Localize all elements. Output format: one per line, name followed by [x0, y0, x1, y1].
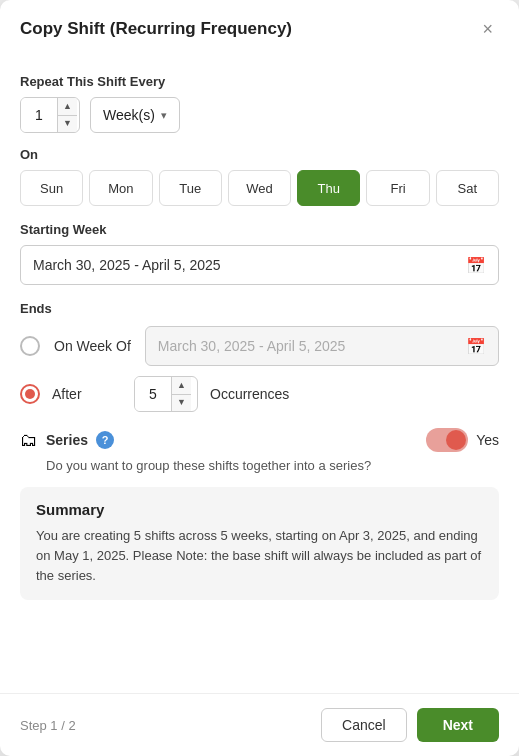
- ends-after-radio[interactable]: [20, 384, 40, 404]
- occurrences-number-input[interactable]: ▲ ▼: [134, 376, 198, 412]
- day-thu[interactable]: Thu: [297, 170, 360, 206]
- footer-buttons: Cancel Next: [321, 708, 499, 742]
- layers-icon: 🗂: [20, 430, 38, 451]
- series-toggle-yes-label: Yes: [476, 432, 499, 448]
- day-tue-label: Tue: [179, 181, 201, 196]
- next-button[interactable]: Next: [417, 708, 499, 742]
- day-wed[interactable]: Wed: [228, 170, 291, 206]
- modal-title: Copy Shift (Recurring Frequency): [20, 19, 292, 39]
- series-help-icon[interactable]: ?: [96, 431, 114, 449]
- starting-week-input[interactable]: March 30, 2025 - April 5, 2025 📅: [20, 245, 499, 285]
- summary-box: Summary You are creating 5 shifts across…: [20, 487, 499, 600]
- day-mon[interactable]: Mon: [89, 170, 152, 206]
- occurrences-spinners: ▲ ▼: [171, 377, 191, 411]
- repeat-number-field[interactable]: [21, 98, 57, 132]
- ends-on-week-date-input[interactable]: March 30, 2025 - April 5, 2025 📅: [145, 326, 499, 366]
- repeat-number-input[interactable]: ▲ ▼: [20, 97, 80, 133]
- summary-title: Summary: [36, 501, 483, 518]
- modal-container: Copy Shift (Recurring Frequency) × Repea…: [0, 0, 519, 756]
- day-tue[interactable]: Tue: [159, 170, 222, 206]
- toggle-wrap: Yes: [426, 428, 499, 452]
- day-fri-label: Fri: [390, 181, 405, 196]
- occurrences-increment-button[interactable]: ▲: [172, 377, 191, 395]
- calendar-icon: 📅: [466, 256, 486, 275]
- repeat-label: Repeat This Shift Every: [20, 74, 499, 89]
- repeat-spinners: ▲ ▼: [57, 98, 77, 132]
- day-mon-label: Mon: [108, 181, 133, 196]
- series-question: Do you want to group these shifts togeth…: [46, 458, 499, 473]
- day-wed-label: Wed: [246, 181, 273, 196]
- day-thu-label: Thu: [318, 181, 340, 196]
- days-row: Sun Mon Tue Wed Thu Fri Sat: [20, 170, 499, 206]
- step-indicator: Step 1 / 2: [20, 718, 76, 733]
- modal-header: Copy Shift (Recurring Frequency) ×: [0, 0, 519, 50]
- calendar-disabled-icon: 📅: [466, 337, 486, 356]
- occurrences-field[interactable]: [135, 377, 171, 411]
- occurrences-label: Occurrences: [210, 386, 289, 402]
- series-row: 🗂 Series ? Yes: [20, 428, 499, 452]
- day-sat-label: Sat: [458, 181, 478, 196]
- ends-label: Ends: [20, 301, 499, 316]
- ends-on-week-radio[interactable]: [20, 336, 40, 356]
- ends-on-week-row: On Week Of March 30, 2025 - April 5, 202…: [20, 326, 499, 366]
- day-sun[interactable]: Sun: [20, 170, 83, 206]
- starting-week-value: March 30, 2025 - April 5, 2025: [33, 257, 221, 273]
- ends-on-week-label: On Week Of: [54, 338, 131, 354]
- summary-text: You are creating 5 shifts across 5 weeks…: [36, 526, 483, 586]
- repeat-unit-value: Week(s): [103, 107, 155, 123]
- occurrences-decrement-button[interactable]: ▼: [172, 395, 191, 412]
- starting-week-section: Starting Week March 30, 2025 - April 5, …: [20, 222, 499, 285]
- series-label: Series: [46, 432, 88, 448]
- ends-after-label: After: [52, 386, 122, 402]
- repeat-unit-dropdown[interactable]: Week(s) ▾: [90, 97, 180, 133]
- day-fri[interactable]: Fri: [366, 170, 429, 206]
- modal-body: Repeat This Shift Every ▲ ▼ Week(s) ▾ On…: [0, 50, 519, 693]
- repeat-row: ▲ ▼ Week(s) ▾: [20, 97, 499, 133]
- on-section: On Sun Mon Tue Wed Thu Fri: [20, 147, 499, 206]
- modal-footer: Step 1 / 2 Cancel Next: [0, 693, 519, 756]
- on-label: On: [20, 147, 499, 162]
- close-button[interactable]: ×: [476, 18, 499, 40]
- repeat-increment-button[interactable]: ▲: [58, 98, 77, 116]
- ends-after-row: After ▲ ▼ Occurrences: [20, 376, 499, 412]
- series-toggle[interactable]: [426, 428, 468, 452]
- cancel-button[interactable]: Cancel: [321, 708, 407, 742]
- repeat-decrement-button[interactable]: ▼: [58, 116, 77, 133]
- chevron-down-icon: ▾: [161, 109, 167, 122]
- starting-week-label: Starting Week: [20, 222, 499, 237]
- day-sat[interactable]: Sat: [436, 170, 499, 206]
- day-sun-label: Sun: [40, 181, 63, 196]
- ends-on-week-date-value: March 30, 2025 - April 5, 2025: [158, 338, 346, 354]
- ends-section: Ends On Week Of March 30, 2025 - April 5…: [20, 301, 499, 412]
